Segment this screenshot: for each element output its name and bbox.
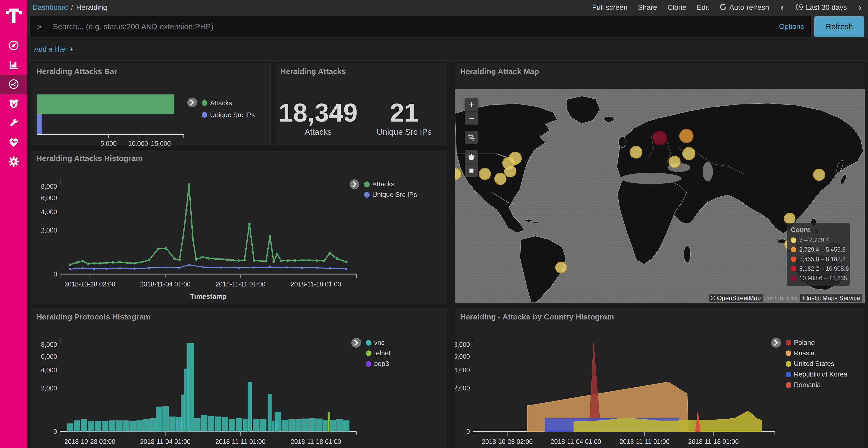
attacks-histogram-legend: AttacksUnique Src IPs: [364, 179, 417, 200]
legend-item-vnc[interactable]: vnc: [366, 337, 391, 348]
legend-label: Poland: [794, 339, 815, 347]
search-input[interactable]: [53, 22, 774, 31]
map-marker[interactable]: [813, 169, 825, 180]
legend-dot: [785, 372, 791, 377]
ems-attribution[interactable]: Elastic Maps Service: [800, 294, 862, 302]
legend-item-republic-of-korea[interactable]: Republic of Korea: [785, 369, 847, 380]
legend-item-unique-src-ips[interactable]: Unique Src IPs: [202, 109, 255, 121]
count-legend-row: 10,908.6 – 13,635: [791, 274, 845, 283]
top-navbar: Dashboard / Heralding Full screenShareCl…: [27, 0, 868, 15]
svg-text:2018-11-11 01:00: 2018-11-11 01:00: [215, 280, 266, 288]
nav-action-edit[interactable]: Edit: [697, 3, 709, 12]
time-next-button[interactable]: ›: [857, 2, 863, 13]
sidebar-items: [0, 36, 27, 172]
map-count-legend: Count 3 – 2,729.42,729.4 – 5,455.85,455.…: [786, 223, 850, 286]
map-marker[interactable]: [680, 129, 693, 143]
polygon-tool-button[interactable]: [465, 150, 478, 164]
osm-attribution[interactable]: © OpenStreetMap: [709, 294, 763, 302]
legend-item-russia[interactable]: Russia: [785, 348, 847, 358]
clock-icon: [796, 3, 803, 12]
panel-attack-map: Heralding Attack Map: [455, 63, 865, 304]
legend-item-attacks[interactable]: Attacks: [202, 97, 255, 109]
panel-attacks-histogram: Heralding Attacks Histogram 02,0004,0006…: [31, 150, 447, 304]
search-bar[interactable]: >_ Options: [30, 16, 811, 37]
world-map[interactable]: + − Count 3 – 2,729.42,729.4 – 5,455.85,…: [455, 89, 865, 303]
legend-item-telnet[interactable]: telnet: [366, 348, 391, 358]
legend-expand-icon[interactable]: [351, 338, 361, 348]
legend-expand-icon[interactable]: [349, 179, 359, 189]
map-marker[interactable]: [669, 156, 680, 168]
legend-expand-icon[interactable]: [771, 338, 781, 348]
breadcrumb-dashboard[interactable]: Dashboard: [33, 3, 68, 12]
map-marker[interactable]: [495, 173, 506, 184]
legend-label: telnet: [374, 349, 391, 357]
breadcrumb-current: Heralding: [76, 3, 107, 12]
legend-item-romania[interactable]: Romania: [785, 380, 847, 390]
sidebar-item-tools[interactable]: [0, 113, 27, 133]
legend-item-attacks[interactable]: Attacks: [364, 179, 417, 189]
legend-item-poland[interactable]: Poland: [785, 337, 847, 348]
legend-label: Romania: [794, 381, 821, 389]
map-marker[interactable]: [504, 166, 516, 177]
attacks-histogram-chart[interactable]: 02,0004,0006,0008,0002018-10-28 02:00201…: [31, 150, 447, 304]
map-marker[interactable]: [784, 213, 795, 224]
svg-text:2,000: 2,000: [41, 227, 57, 234]
panel-attacks-bar: Heralding Attacks Bar 5,00010,00015,000 …: [31, 63, 271, 146]
legend-dot: [366, 340, 371, 346]
breadcrumb-separator: /: [71, 3, 73, 12]
legend-label: vnc: [374, 339, 384, 347]
map-caspian-sea: [703, 162, 713, 181]
sidebar-item-monitoring[interactable]: [0, 133, 27, 152]
svg-text:4,000: 4,000: [41, 367, 57, 374]
legend-item-unique-src-ips[interactable]: Unique Src IPs: [364, 189, 417, 200]
svg-text:8,000: 8,000: [41, 341, 57, 348]
map-marker[interactable]: [683, 147, 695, 160]
attacks-bar-legend: AttacksUnique Src IPs: [202, 97, 255, 121]
legend-label: Unique Src IPs: [372, 191, 417, 199]
heartbeat-icon: [7, 136, 20, 149]
sidebar-item-settings[interactable]: [0, 152, 27, 172]
panel-title: Heralding Protocols Histogram: [36, 312, 151, 321]
refresh-button[interactable]: Refresh: [814, 16, 864, 37]
nav-action-clone[interactable]: Clone: [668, 3, 686, 12]
map-mediterranean: [621, 173, 681, 184]
rectangle-tool-button[interactable]: [465, 164, 478, 177]
map-marker[interactable]: [509, 152, 521, 164]
sidebar-item-visualize[interactable]: [0, 56, 27, 75]
svg-text:0: 0: [54, 271, 57, 278]
legend-label: Republic of Korea: [794, 370, 847, 378]
telekom-logo[interactable]: [0, 0, 27, 32]
legend-expand-icon[interactable]: [187, 98, 197, 107]
svg-text:2018-11-11 01:00: 2018-11-11 01:00: [215, 438, 266, 445]
count-legend-dot: [791, 266, 796, 272]
time-picker[interactable]: Last 30 days: [796, 3, 847, 12]
map-zoom-controls: + −: [465, 98, 478, 125]
auto-refresh-button[interactable]: Auto-refresh: [719, 3, 769, 12]
sidebar-item-tpot[interactable]: [0, 94, 27, 113]
crop-tool-button[interactable]: [465, 131, 478, 144]
add-filter-link[interactable]: Add a filter+: [34, 45, 74, 54]
legend-item-united-states[interactable]: United States: [785, 358, 847, 369]
zoom-in-button[interactable]: +: [465, 98, 478, 111]
legend-label: Unique Src IPs: [210, 111, 255, 119]
protocols-histogram-chart[interactable]: 02,0004,0006,0008,0002018-10-28 02:00201…: [31, 308, 447, 448]
nav-action-share[interactable]: Share: [638, 3, 657, 12]
map-marker[interactable]: [653, 131, 667, 145]
svg-text:6,000: 6,000: [41, 353, 57, 360]
legend-dot: [366, 361, 371, 367]
zoom-out-button[interactable]: −: [465, 111, 478, 125]
map-marker[interactable]: [556, 262, 566, 273]
legend-label: Attacks: [210, 99, 232, 107]
options-link[interactable]: Options: [779, 23, 804, 31]
time-prev-button[interactable]: ‹: [779, 2, 785, 13]
map-marker[interactable]: [630, 146, 642, 158]
nav-action-full-screen[interactable]: Full screen: [592, 3, 627, 12]
svg-text:10,000: 10,000: [128, 140, 148, 145]
sidebar-item-discover[interactable]: [0, 36, 27, 56]
sidebar: [0, 0, 27, 448]
legend-item-pop3[interactable]: pop3: [366, 358, 391, 369]
sidebar-item-dashboard[interactable]: [0, 75, 27, 94]
map-marker[interactable]: [479, 168, 491, 180]
legend-dot: [364, 181, 370, 187]
refresh-cycle-icon: [719, 3, 727, 12]
